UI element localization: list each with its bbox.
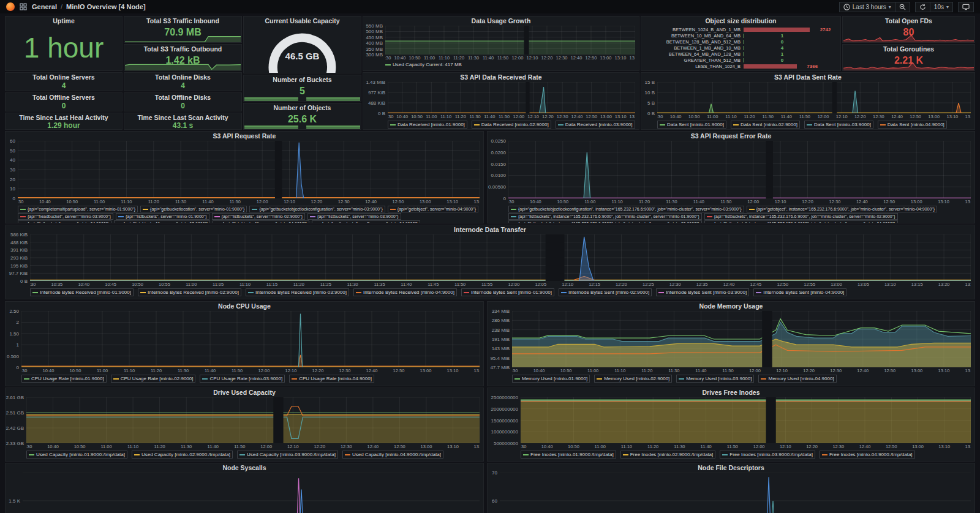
refresh-interval-picker[interactable]: 10s ▾ bbox=[930, 2, 953, 12]
legend-item[interactable]: CPU Usage Rate [minio-04:9000] bbox=[289, 375, 374, 383]
panel-title[interactable]: Time Since Last Heal Activity bbox=[6, 113, 122, 122]
chart-plot[interactable] bbox=[508, 141, 971, 198]
panel-title[interactable]: Total S3 Traffic Inbound bbox=[124, 17, 241, 25]
legend-item[interactable]: Data Sent [minio-02:9000] bbox=[731, 121, 800, 129]
legend-item[interactable]: CPU Usage Rate [minio-01:9000] bbox=[21, 375, 107, 383]
legend-item[interactable]: {api="getobject", server="minio-04:9000"… bbox=[388, 206, 478, 212]
panel-title[interactable]: Current Usable Capacity bbox=[244, 17, 361, 25]
panel-title[interactable]: Total Online Disks bbox=[124, 73, 241, 81]
legend-item[interactable]: Data Received [minio-02:9000] bbox=[472, 121, 551, 129]
bar-gauge: BETWEEN_1024_B_AND_1_MB2742BETWEEN_10_MB… bbox=[641, 25, 840, 70]
chart-plot[interactable] bbox=[521, 397, 971, 443]
legend-item[interactable]: CPU Usage Rate [minio-02:9000] bbox=[111, 375, 196, 383]
legend-item[interactable]: Internode Bytes Sent [minio-04:9000] bbox=[753, 288, 846, 296]
panel-title[interactable]: Node File Descriptors bbox=[488, 463, 974, 472]
legend-item[interactable]: Internode Bytes Received [minio-04:9000] bbox=[353, 288, 457, 296]
chart-plot[interactable] bbox=[23, 473, 480, 513]
legend-item[interactable]: Data Received [minio-01:9000] bbox=[388, 121, 467, 129]
legend-item[interactable]: Internode Bytes Sent [minio-02:9000] bbox=[559, 288, 652, 296]
legend-item[interactable]: Memory Used [minio-04:9000] bbox=[758, 375, 836, 383]
panel-title[interactable]: Internode Data Transfer bbox=[6, 225, 974, 234]
legend-item[interactable]: Used Capacity Current: 417 MB bbox=[385, 62, 462, 68]
grafana-logo-icon[interactable] bbox=[6, 2, 15, 11]
legend-item[interactable]: Used Capacity [minio-04:9000:/tmp/data] bbox=[342, 451, 443, 459]
zoom-out-button[interactable] bbox=[895, 2, 910, 12]
legend-item[interactable]: Free Inodes [minio-01:9000:/tmp/data] bbox=[521, 451, 616, 459]
legend-item[interactable]: Internode Bytes Received [minio-03:9000] bbox=[246, 288, 349, 296]
legend-item[interactable]: {api="listbuckets", instance="165.232.17… bbox=[508, 213, 702, 220]
panel-title[interactable]: Number of Buckets bbox=[244, 75, 361, 84]
legend-item[interactable]: {api="completemultipartupload", server="… bbox=[18, 206, 138, 212]
chart-plot[interactable] bbox=[385, 26, 635, 54]
legend-item[interactable]: Free Inodes [minio-02:9000:/tmp/data] bbox=[620, 451, 716, 459]
legend-item[interactable]: Internode Bytes Sent [minio-03:9000] bbox=[656, 288, 749, 296]
chart-plot[interactable] bbox=[388, 82, 635, 113]
legend-item[interactable]: Memory Used [minio-02:9000] bbox=[594, 375, 672, 383]
chart-plot[interactable] bbox=[18, 141, 480, 198]
panel-title[interactable]: Total Online Servers bbox=[6, 73, 122, 81]
legend-item[interactable]: Internode Bytes Received [minio-02:9000] bbox=[138, 288, 241, 296]
legend-item[interactable]: Free Inodes [minio-03:9000:/tmp/data] bbox=[720, 451, 815, 459]
panel-title[interactable]: Drives Free Inodes bbox=[488, 388, 974, 397]
legend-item[interactable]: CPU Usage Rate [minio-03:9000] bbox=[200, 375, 285, 383]
legend-item[interactable]: {api="listbuckets", server="minio-02:900… bbox=[212, 213, 306, 220]
legend-item[interactable]: {api="listbuckets", instance="165.232.17… bbox=[704, 213, 898, 220]
legend-item[interactable]: {api="getbucketobjectlockconfiguration",… bbox=[508, 206, 744, 212]
panel-title[interactable]: Uptime bbox=[6, 17, 122, 25]
time-range-picker[interactable]: Last 3 hours ▾ bbox=[839, 2, 895, 12]
breadcrumb-section[interactable]: General bbox=[32, 3, 57, 10]
legend-item[interactable]: {api="listbuckets", server="minio-01:900… bbox=[116, 213, 209, 220]
panel-title[interactable]: Total S3 Traffic Outbound bbox=[124, 45, 241, 53]
panel-title[interactable]: S3 API Request Error Rate bbox=[488, 132, 974, 140]
legend-item[interactable]: Data Sent [minio-04:9000] bbox=[878, 121, 947, 129]
legend-item[interactable]: Internode Bytes Received [minio-01:9000] bbox=[30, 288, 134, 296]
legend-item[interactable]: Used Capacity [minio-01:9000:/tmp/data] bbox=[26, 451, 127, 459]
panel-title[interactable]: Drive Used Capacity bbox=[6, 388, 483, 397]
panel-title[interactable]: Time Since Last Scan Activity bbox=[124, 113, 241, 122]
legend-item[interactable]: {api="listbuckets", server="minio-03:900… bbox=[307, 213, 401, 220]
panel-title[interactable]: Node Syscalls bbox=[6, 463, 483, 472]
panel-title[interactable]: Total Open FDs bbox=[843, 17, 974, 25]
legend-item[interactable]: Data Received [minio-03:9000] bbox=[556, 121, 635, 129]
panel-title[interactable]: Number of Objects bbox=[244, 103, 361, 112]
chart-plot[interactable] bbox=[26, 397, 480, 443]
panel-title[interactable]: Total Offline Servers bbox=[6, 93, 122, 102]
chart-plot[interactable] bbox=[512, 311, 971, 367]
legend-item[interactable]: {api="getobject", instance="165.232.176.… bbox=[747, 206, 938, 212]
legend-item[interactable]: {api="listbuckets", server="minio-04:900… bbox=[18, 220, 111, 223]
panel-title[interactable]: Object size distribution bbox=[641, 17, 840, 25]
chart-plot[interactable] bbox=[500, 473, 971, 513]
legend-item[interactable]: Used Capacity [minio-02:9000:/tmp/data] bbox=[132, 451, 233, 459]
chart-plot[interactable] bbox=[657, 82, 971, 113]
panel-title[interactable]: Node Memory Usage bbox=[488, 302, 974, 310]
legend-item[interactable]: Data Sent [minio-01:9000] bbox=[657, 121, 726, 129]
legend-item[interactable]: Memory Used [minio-03:9000] bbox=[676, 375, 754, 383]
legend-item[interactable]: {api="methodnotallowed", server="minio-0… bbox=[312, 220, 420, 223]
legend-item[interactable]: {api="getbucketobjectlockconfiguration",… bbox=[249, 206, 385, 212]
refresh-button[interactable] bbox=[915, 2, 930, 12]
legend-item[interactable]: Data Sent [minio-03:9000] bbox=[804, 121, 873, 129]
chart-plot[interactable] bbox=[30, 234, 971, 281]
legend-item[interactable]: Memory Used [minio-01:9000] bbox=[512, 375, 590, 383]
legend-item[interactable]: {api="getbucketlocation", server="minio-… bbox=[140, 206, 247, 212]
panel-title[interactable]: Node CPU Usage bbox=[6, 302, 483, 310]
legend-item[interactable]: Internode Bytes Sent [minio-01:9000] bbox=[461, 288, 554, 296]
panel-title[interactable]: Data Usage Growth bbox=[363, 17, 639, 25]
chart-plot[interactable] bbox=[21, 311, 480, 367]
legend-item[interactable]: Free Inodes [minio-04:9000:/tmp/data] bbox=[820, 451, 915, 459]
panel-title[interactable]: S3 API Data Received Rate bbox=[363, 73, 639, 81]
legend-item[interactable]: {api="listobjectsv1", server="minio-04:9… bbox=[213, 220, 309, 223]
legend-item[interactable]: Used Capacity [minio-03:9000:/tmp/data] bbox=[237, 451, 338, 459]
panel-title[interactable]: S3 API Data Sent Rate bbox=[641, 73, 974, 81]
legend-color-swatch bbox=[118, 216, 124, 217]
panel-title[interactable]: S3 API Request Rate bbox=[6, 132, 483, 140]
dashboards-icon[interactable] bbox=[20, 3, 27, 10]
legend-item[interactable]: {api="listbuckets", instance="165.232.17… bbox=[704, 220, 898, 223]
page-title[interactable]: MinIO Overview [4 Node] bbox=[66, 3, 146, 10]
panel-title[interactable]: Total Goroutines bbox=[843, 45, 974, 53]
kiosk-mode-button[interactable] bbox=[958, 2, 974, 12]
panel-title[interactable]: Total Offline Disks bbox=[124, 93, 241, 102]
legend-item[interactable]: {api="listobjectsv1", server="minio-02:9… bbox=[114, 220, 211, 223]
legend-item[interactable]: {api="headbucket", server="minio-03:9000… bbox=[18, 213, 113, 220]
legend-item[interactable]: {api="listbuckets", instance="165.232.17… bbox=[508, 220, 702, 223]
